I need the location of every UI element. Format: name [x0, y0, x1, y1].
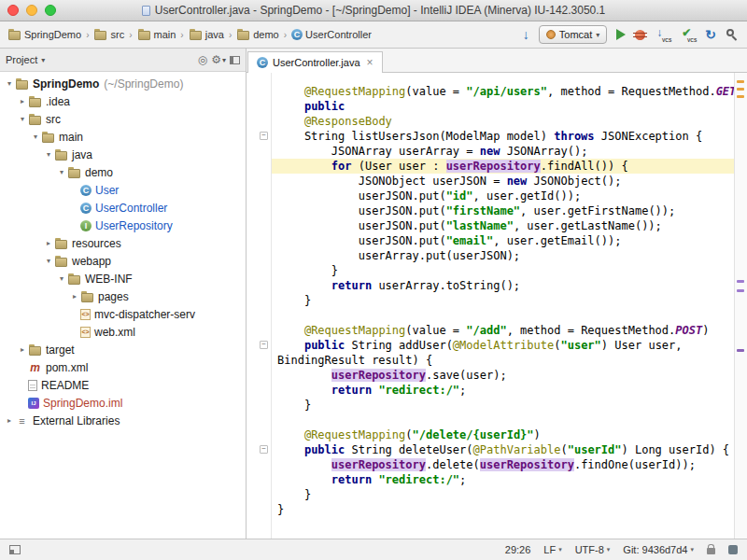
- chevron-right-icon[interactable]: ▸: [17, 345, 28, 354]
- run-button[interactable]: [616, 29, 626, 40]
- code-line[interactable]: @RequestMapping("/delete/{userId}"): [272, 427, 734, 442]
- vcs-update-icon[interactable]: ↓ VCS: [655, 27, 670, 43]
- code-editor[interactable]: −−− @RequestMapping(value = "/api/users"…: [247, 73, 747, 539]
- tree-item-userrepository[interactable]: IUserRepository: [0, 217, 246, 234]
- tree-item-usercontroller[interactable]: CUserController: [0, 199, 246, 217]
- code-line[interactable]: }: [272, 487, 734, 502]
- code-line[interactable]: }: [272, 293, 734, 308]
- line-separator-select[interactable]: LF ▾: [543, 544, 561, 555]
- stripe-mark[interactable]: [737, 289, 744, 292]
- chevron-down-icon[interactable]: ▾: [30, 133, 41, 141]
- encoding-select[interactable]: UTF-8 ▾: [575, 544, 611, 555]
- inspection-profile-icon[interactable]: [728, 545, 738, 554]
- tree-item-springdemo[interactable]: ▾SpringDemo(~/SpringDemo): [0, 75, 246, 92]
- stripe-mark[interactable]: [737, 349, 744, 352]
- tree-item-readme[interactable]: README: [0, 376, 246, 394]
- code-line[interactable]: }: [272, 502, 734, 517]
- chevron-right-icon[interactable]: ▸: [4, 416, 15, 425]
- tree-item-external-libraries[interactable]: ▸≡External Libraries: [0, 412, 246, 429]
- tree-item-webapp[interactable]: ▾webapp: [0, 252, 246, 270]
- tree-item-mvc-dispatcher-serv[interactable]: <>mvc-dispatcher-serv: [0, 305, 246, 323]
- breadcrumb-item-demo[interactable]: demo: [236, 29, 279, 40]
- code-line[interactable]: [272, 308, 734, 323]
- code-line[interactable]: public String addUser(@ModelAttribute("u…: [272, 338, 734, 353]
- breadcrumb-item-java[interactable]: java: [189, 29, 224, 40]
- update-project-icon[interactable]: ↓: [523, 28, 529, 41]
- tab-usercontroller-java[interactable]: C UserController.java ×: [247, 51, 383, 73]
- tree-item-target[interactable]: ▸target: [0, 341, 246, 358]
- tree-item-web-inf[interactable]: ▾WEB-INF: [0, 270, 246, 287]
- run-configuration-select[interactable]: Tomcat ▾: [539, 25, 607, 44]
- code-area[interactable]: @RequestMapping(value = "/api/users", me…: [272, 73, 734, 539]
- code-line[interactable]: userRepository.delete(userRepository.fin…: [272, 457, 734, 472]
- breadcrumb-item-usercontroller[interactable]: CUserController: [291, 29, 372, 40]
- code-line[interactable]: }: [272, 263, 734, 278]
- code-line[interactable]: userJSON.put("lastName", user.getLastNam…: [272, 218, 734, 233]
- tree-item-pom-xml[interactable]: mpom.xml: [0, 358, 246, 376]
- tree-item-user[interactable]: CUser: [0, 181, 246, 199]
- scrollbar-error-stripe[interactable]: [734, 73, 747, 539]
- code-line[interactable]: userJSON.put("id", user.getId());: [272, 189, 734, 203]
- tree-item-main[interactable]: ▾main: [0, 128, 246, 146]
- tree-item-demo[interactable]: ▾demo: [0, 163, 246, 181]
- code-line[interactable]: }: [272, 398, 734, 413]
- code-line[interactable]: return userArray.toString();: [272, 278, 734, 293]
- tree-item--idea[interactable]: ▸.idea: [0, 92, 246, 110]
- locate-icon[interactable]: ◎: [198, 53, 207, 66]
- stripe-mark[interactable]: [737, 88, 744, 91]
- tree-item-src[interactable]: ▾src: [0, 110, 246, 128]
- chevron-down-icon[interactable]: ▾: [4, 79, 15, 88]
- search-icon[interactable]: [726, 28, 740, 42]
- tree-item-springdemo-iml[interactable]: IJSpringDemo.iml: [0, 394, 246, 412]
- code-line[interactable]: for (User user : userRepository.findAll(…: [272, 159, 734, 174]
- debug-button[interactable]: [635, 30, 645, 40]
- breadcrumb-item-main[interactable]: main: [137, 29, 176, 40]
- code-line[interactable]: return "redirect:/";: [272, 383, 734, 398]
- toolwindow-toggle-icon[interactable]: [9, 545, 21, 554]
- code-line[interactable]: String listUsersJson(ModelMap model) thr…: [272, 129, 734, 144]
- chevron-down-icon[interactable]: ▾: [17, 115, 28, 123]
- chevron-down-icon[interactable]: ▾: [56, 168, 67, 176]
- code-line[interactable]: userJSON.put("email", user.getEmail());: [272, 233, 734, 248]
- breadcrumb-item-springdemo[interactable]: SpringDemo: [7, 29, 81, 40]
- code-line[interactable]: [272, 413, 734, 427]
- close-tab-icon[interactable]: ×: [367, 56, 374, 69]
- tree-item-pages[interactable]: ▸pages: [0, 287, 246, 305]
- minimize-window-button[interactable]: [26, 5, 37, 16]
- sync-icon[interactable]: ↻: [705, 28, 716, 41]
- code-line[interactable]: public: [272, 99, 734, 114]
- chevron-right-icon[interactable]: ▸: [43, 239, 54, 247]
- chevron-down-icon[interactable]: ▾: [56, 274, 67, 283]
- code-line[interactable]: userJSON.put("firstName", user.getFirstN…: [272, 203, 734, 218]
- git-branch-select[interactable]: Git: 9436d7d4 ▾: [623, 544, 694, 555]
- chevron-right-icon[interactable]: ▸: [17, 97, 28, 105]
- chevron-down-icon[interactable]: ▾: [41, 56, 45, 64]
- tree-item-java[interactable]: ▾java: [0, 146, 246, 163]
- code-line[interactable]: JSONArray userArray = new JSONArray();: [272, 144, 734, 159]
- code-line[interactable]: userRepository.save(user);: [272, 368, 734, 383]
- project-panel-title[interactable]: Project: [6, 54, 37, 65]
- code-line[interactable]: userArray.put(userJSON);: [272, 248, 734, 263]
- chevron-right-icon[interactable]: ▸: [69, 292, 80, 301]
- code-line[interactable]: JSONObject userJSON = new JSONObject();: [272, 174, 734, 189]
- vcs-commit-icon[interactable]: ✔ VCS: [680, 27, 696, 43]
- tree-item-web-xml[interactable]: <>web.xml: [0, 323, 246, 341]
- code-line[interactable]: @RequestMapping(value = "/api/users", me…: [272, 84, 734, 99]
- chevron-down-icon[interactable]: ▾: [43, 150, 54, 159]
- breadcrumb-item-src[interactable]: src: [93, 29, 124, 40]
- hide-panel-icon[interactable]: [230, 56, 240, 64]
- stripe-mark[interactable]: [737, 95, 744, 98]
- fold-marker-icon[interactable]: −: [260, 132, 268, 140]
- fold-marker-icon[interactable]: −: [260, 341, 268, 349]
- code-line[interactable]: public String deleteUser(@PathVariable("…: [272, 442, 734, 457]
- code-line[interactable]: @RequestMapping(value = "/add", method =…: [272, 323, 734, 338]
- tree-item-resources[interactable]: ▸resources: [0, 234, 246, 252]
- stripe-mark[interactable]: [737, 280, 744, 283]
- code-line[interactable]: return "redirect:/";: [272, 472, 734, 487]
- fold-marker-icon[interactable]: −: [260, 445, 268, 454]
- stripe-mark[interactable]: [737, 80, 744, 83]
- chevron-down-icon[interactable]: ▾: [43, 257, 54, 265]
- zoom-window-button[interactable]: [45, 5, 56, 16]
- code-line[interactable]: @ResponseBody: [272, 114, 734, 129]
- readonly-lock-icon[interactable]: [707, 548, 715, 554]
